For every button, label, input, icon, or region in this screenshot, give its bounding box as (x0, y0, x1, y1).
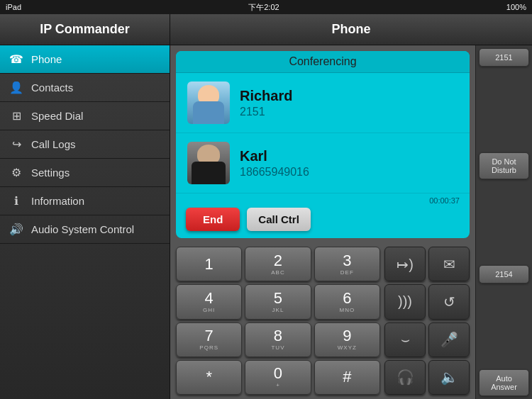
action-btn-refresh[interactable]: ↺ (428, 284, 470, 319)
contacts-icon: 👤 (9, 81, 24, 94)
battery-label: 100% (506, 3, 526, 11)
settings-icon: ⚙ (9, 166, 24, 179)
avatar-richard (187, 82, 230, 124)
avatar-karl (187, 142, 230, 184)
action-btn-transfer[interactable]: ↦) (384, 247, 426, 281)
sidebar-item-settings[interactable]: ⚙ Settings (0, 159, 170, 187)
action-btn-headset[interactable]: 🎧 (384, 360, 426, 395)
dial-key-3[interactable]: 3DEF (314, 247, 380, 281)
dial-key-*[interactable]: * (176, 360, 242, 395)
end-button[interactable]: End (186, 208, 240, 231)
caller-number-karl: 18665949016 (240, 166, 309, 179)
status-time: 下午2:02 (248, 2, 279, 13)
dial-key-1[interactable]: 1 (176, 247, 242, 281)
sidebar-label-call-logs: Call Logs (31, 138, 76, 150)
sidebar-item-speed-dial[interactable]: ⊞ Speed Dial (0, 102, 170, 130)
call-entry-karl: Karl 18665949016 (176, 133, 470, 193)
information-icon: ℹ (9, 194, 24, 208)
dial-key-7[interactable]: 7PQRS (176, 322, 242, 357)
sidebar-item-phone[interactable]: ☎ Phone (0, 45, 170, 74)
dialpad-grid: 12ABC3DEF4GHI5JKL6MNO7PQRS8TUV9WXYZ*0+# (176, 247, 380, 395)
caller-number-richard: 2151 (240, 106, 292, 118)
action-btn-mute[interactable]: 🎤 (428, 322, 470, 357)
rs-spacer-0 (479, 68, 529, 151)
caller-name-richard: Richard (240, 88, 292, 104)
dialpad-section: 12ABC3DEF4GHI5JKL6MNO7PQRS8TUV9WXYZ*0+# … (170, 244, 475, 399)
sidebar-label-settings: Settings (31, 167, 70, 179)
rs-spacer-1 (479, 181, 529, 264)
dial-key-6[interactable]: 6MNO (314, 284, 380, 319)
body-container: ☎ Phone 👤 Contacts ⊞ Speed Dial ↪ Call L… (0, 45, 532, 399)
sidebar-item-call-logs[interactable]: ↪ Call Logs (0, 130, 170, 159)
rs-btn-0[interactable]: 2151 (479, 48, 529, 67)
conferencing-panel: Conferencing Richard 2151 Karl 186659490… (176, 51, 470, 238)
right-sidebar: 2151Do Not Disturb2154Auto Answer (475, 45, 532, 399)
device-label: iPad (6, 3, 21, 11)
app-title: IP Commander (0, 14, 170, 45)
rs-btn-1[interactable]: Do Not Disturb (479, 152, 529, 179)
sidebar-label-audio: Audio System Control (31, 223, 134, 235)
action-btn-hold[interactable]: ⌣ (384, 322, 426, 357)
sidebar-item-information[interactable]: ℹ Information (0, 187, 170, 215)
status-bar: iPad 下午2:02 100% (0, 0, 532, 14)
action-btn-speaker[interactable]: ))) (384, 284, 426, 319)
main-content: Conferencing Richard 2151 Karl 186659490… (170, 45, 475, 399)
rs-btn-3[interactable]: Auto Answer (479, 369, 529, 396)
action-btn-message[interactable]: ✉ (428, 247, 470, 281)
call-entry-richard: Richard 2151 (176, 73, 470, 133)
dial-key-#[interactable]: # (314, 360, 380, 395)
conferencing-header: Conferencing (176, 51, 470, 73)
dial-key-0[interactable]: 0+ (245, 360, 311, 395)
sidebar-item-audio-system-control[interactable]: 🔊 Audio System Control (0, 215, 170, 244)
phone-icon: ☎ (9, 52, 24, 66)
sidebar-label-information: Information (31, 195, 84, 207)
call-ctrl-button[interactable]: Call Ctrl (247, 208, 311, 231)
caller-info-richard: Richard 2151 (240, 88, 292, 118)
rs-spacer-2 (479, 285, 529, 368)
caller-info-karl: Karl 18665949016 (240, 148, 309, 179)
sidebar: ☎ Phone 👤 Contacts ⊞ Speed Dial ↪ Call L… (0, 45, 170, 399)
speed-dial-icon: ⊞ (9, 109, 24, 123)
dial-key-5[interactable]: 5JKL (245, 284, 311, 319)
sidebar-label-contacts: Contacts (31, 82, 73, 94)
dial-key-2[interactable]: 2ABC (245, 247, 311, 281)
action-panel: ↦)✉)))↺⌣🎤🎧🔈 (384, 247, 470, 395)
sidebar-label-speed-dial: Speed Dial (31, 110, 83, 122)
dial-key-4[interactable]: 4GHI (176, 284, 242, 319)
sidebar-label-phone: Phone (31, 53, 62, 65)
call-timer: 00:00:37 (186, 196, 460, 205)
action-btn-volume[interactable]: 🔈 (428, 360, 470, 395)
rs-btn-2[interactable]: 2154 (479, 265, 529, 283)
dial-key-9[interactable]: 9WXYZ (314, 322, 380, 357)
call-logs-icon: ↪ (9, 137, 24, 151)
section-title: Phone (170, 22, 532, 37)
dial-key-8[interactable]: 8TUV (245, 322, 311, 357)
header: IP Commander Phone (0, 14, 532, 45)
sidebar-item-contacts[interactable]: 👤 Contacts (0, 74, 170, 102)
audio-icon: 🔊 (9, 223, 24, 236)
caller-name-karl: Karl (240, 148, 309, 164)
app-container: IP Commander Phone ☎ Phone 👤 Contacts ⊞ … (0, 14, 532, 399)
